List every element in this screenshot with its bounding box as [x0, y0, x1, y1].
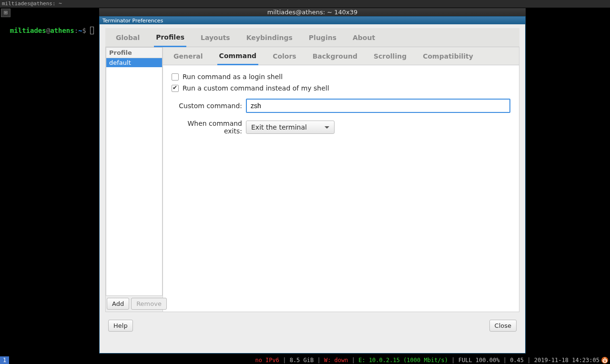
prompt-path: ~: [78, 27, 82, 34]
power-icon[interactable]: ⏻: [601, 357, 608, 364]
status-wifi: down: [331, 357, 348, 364]
terminator-title-text: miltiades@athens: ~ 140x39: [267, 9, 357, 16]
prompt-colon: :: [74, 27, 78, 34]
terminal-content[interactable]: miltiades@athens:~$: [2, 19, 94, 34]
remove-button: Remove: [131, 298, 167, 310]
custom-command-label: Custom command:: [172, 102, 246, 110]
close-button[interactable]: Close: [489, 320, 517, 332]
status-memory: 8.5 GiB: [290, 357, 314, 364]
status-bar: 1 no IPv6 | 8.5 GiB | W: down | E: 10.0.…: [0, 356, 610, 364]
window-titlebar: miltiades@athens: ~: [0, 0, 610, 8]
top-tabs: Global Profiles Layouts Keybindings Plug…: [105, 28, 519, 47]
chevron-down-icon: [325, 126, 329, 129]
prompt-at: @: [46, 27, 50, 34]
tab-background[interactable]: Background: [311, 48, 359, 64]
on-exit-dropdown[interactable]: Exit the terminal: [246, 121, 335, 134]
on-exit-label: When command exits:: [172, 120, 246, 135]
status-eth: 10.0.2.15 (1000 Mbit/s): [366, 357, 448, 364]
tab-layouts[interactable]: Layouts: [199, 29, 232, 46]
terminator-titlebar: miltiades@athens: ~ 140x39: [99, 8, 526, 17]
inner-tabs: General Command Colors Background Scroll…: [163, 47, 519, 65]
tab-compatibility[interactable]: Compatibility: [421, 48, 475, 64]
window-title: miltiades@athens: ~: [2, 0, 62, 7]
profile-list: Profile default: [106, 47, 163, 296]
tab-global[interactable]: Global: [114, 29, 142, 46]
tab-keybindings[interactable]: Keybindings: [244, 29, 295, 46]
custom-command-input[interactable]: [246, 99, 510, 113]
status-eth-label: E:: [358, 357, 365, 364]
login-shell-label: Run command as a login shell: [183, 73, 283, 81]
add-button[interactable]: Add: [107, 298, 129, 310]
custom-command-checkbox[interactable]: [172, 85, 179, 92]
status-ipv6: no IPv6: [255, 357, 279, 364]
tab-general[interactable]: General: [172, 48, 205, 64]
login-shell-checkbox[interactable]: [172, 73, 179, 81]
tab-command[interactable]: Command: [217, 48, 259, 65]
tab-scrolling[interactable]: Scrolling: [372, 48, 408, 64]
terminal-cursor: [90, 27, 94, 34]
preferences-title: Terminator Preferences: [102, 18, 163, 24]
grid-icon[interactable]: ⊞: [1, 9, 10, 17]
profile-item-default[interactable]: default: [106, 58, 162, 67]
prompt-host: athens: [50, 27, 74, 34]
on-exit-value: Exit the terminal: [251, 123, 307, 131]
status-datetime: 2019-11-18 14:23:05: [534, 357, 600, 364]
preferences-titlebar[interactable]: Terminator Preferences: [100, 17, 525, 24]
prompt-user: miltiades: [10, 27, 46, 34]
profile-list-header[interactable]: Profile: [106, 48, 162, 58]
tab-about[interactable]: About: [351, 29, 377, 46]
preferences-dialog: Terminator Preferences Global Profiles L…: [99, 16, 526, 354]
prompt-sym: $: [82, 27, 86, 34]
workspace-indicator[interactable]: 1: [0, 356, 9, 364]
custom-command-checkbox-label: Run a custom command instead of my shell: [183, 84, 329, 92]
tab-plugins[interactable]: Plugins: [307, 29, 338, 46]
status-wifi-label: W:: [324, 357, 331, 364]
help-button[interactable]: Help: [108, 320, 133, 332]
status-battery: FULL 100.00%: [458, 357, 500, 364]
tab-profiles[interactable]: Profiles: [154, 29, 186, 47]
status-load: 0.45: [510, 357, 524, 364]
tab-colors[interactable]: Colors: [271, 48, 298, 64]
